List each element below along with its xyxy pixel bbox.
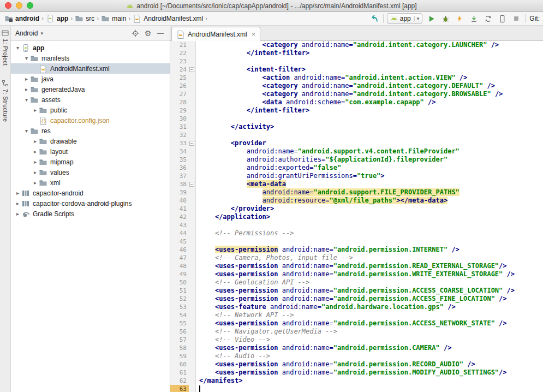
line-number[interactable]: 34 bbox=[170, 147, 189, 156]
code-line[interactable]: 46 <uses-permission android:name="androi… bbox=[170, 246, 543, 254]
breadcrumb-item-app[interactable]: app bbox=[45, 14, 69, 23]
code-line[interactable]: 41 </provider> bbox=[170, 205, 543, 213]
line-number[interactable]: 50 bbox=[170, 278, 189, 287]
tree-item-drawable[interactable]: ▸drawable bbox=[11, 136, 170, 146]
gutter-cell[interactable]: 26 bbox=[170, 82, 196, 90]
line-number[interactable]: 59 bbox=[170, 352, 189, 360]
line-number[interactable]: 52 bbox=[170, 295, 189, 303]
tree-item-capacitor-cordova-android-plugins[interactable]: ▸capacitor-cordova-android-plugins bbox=[11, 198, 170, 209]
gutter-cell[interactable]: 49 bbox=[170, 270, 196, 278]
code-line[interactable]: 49 <uses-permission android:name="androi… bbox=[170, 270, 543, 278]
gutter-cell[interactable]: 42 bbox=[170, 213, 196, 221]
code-line[interactable]: 63 bbox=[170, 385, 543, 392]
line-number[interactable]: 36 bbox=[170, 164, 189, 172]
tree-expanded-arrow-icon[interactable]: ▾ bbox=[23, 55, 30, 61]
code-line[interactable]: 52 <uses-permission android:name="androi… bbox=[170, 295, 543, 303]
tree-collapsed-arrow-icon[interactable]: ▸ bbox=[14, 211, 21, 217]
gutter-cell[interactable]: 61 bbox=[170, 369, 196, 377]
gutter-cell[interactable]: 39 bbox=[170, 188, 196, 197]
line-number[interactable]: 44 bbox=[170, 229, 189, 237]
gutter-cell[interactable]: 22 bbox=[170, 49, 196, 57]
debug-button[interactable] bbox=[440, 13, 451, 24]
sync-project-button[interactable] bbox=[482, 13, 493, 24]
line-number[interactable]: 57 bbox=[170, 336, 189, 344]
code-line[interactable]: 38− <meta-data bbox=[170, 180, 543, 188]
tree-item-layout[interactable]: ▸layout bbox=[11, 146, 170, 157]
gutter-cell[interactable]: 24− bbox=[170, 66, 196, 74]
stop-button[interactable] bbox=[511, 13, 522, 24]
tree-item-generatedjava[interactable]: ▸generatedJava bbox=[11, 84, 170, 94]
code-line[interactable]: 34 android:name="android.support.v4.cont… bbox=[170, 147, 543, 156]
tree-collapsed-arrow-icon[interactable]: ▸ bbox=[14, 190, 21, 196]
apply-changes-button[interactable] bbox=[454, 13, 465, 24]
breadcrumb-item-android[interactable]: android bbox=[3, 14, 40, 23]
close-tab-icon[interactable]: × bbox=[252, 31, 256, 38]
tree-item-capacitor-android[interactable]: ▸capacitor-android bbox=[11, 188, 170, 198]
code-line[interactable]: 35 android:authorities="${applicationId}… bbox=[170, 156, 543, 164]
tree-collapsed-arrow-icon[interactable]: ▸ bbox=[23, 76, 30, 82]
code-line[interactable]: 33− <provider bbox=[170, 139, 543, 147]
gutter-cell[interactable]: 56 bbox=[170, 328, 196, 336]
gutter-cell[interactable]: 55 bbox=[170, 319, 196, 328]
gutter-cell[interactable]: 31 bbox=[170, 123, 196, 131]
gutter-cell[interactable]: 33− bbox=[170, 139, 196, 147]
avd-manager-button[interactable] bbox=[497, 13, 508, 24]
code-line[interactable]: 45 bbox=[170, 237, 543, 246]
tree-collapsed-arrow-icon[interactable]: ▸ bbox=[32, 149, 39, 155]
code-line[interactable]: 55 <uses-permission android:name="androi… bbox=[170, 319, 543, 328]
attach-debugger-button[interactable] bbox=[468, 13, 479, 24]
line-number[interactable]: 58 bbox=[170, 344, 189, 352]
line-number[interactable]: 54 bbox=[170, 311, 189, 319]
gutter-cell[interactable]: 36 bbox=[170, 164, 196, 172]
code-line[interactable]: 54 <!-- Network API --> bbox=[170, 311, 543, 319]
code-line[interactable]: 56 <!-- Navigator.getUserMedia --> bbox=[170, 328, 543, 336]
tree-collapsed-arrow-icon[interactable]: ▸ bbox=[32, 180, 39, 186]
code-line[interactable]: 32 bbox=[170, 131, 543, 139]
gutter-cell[interactable]: 53 bbox=[170, 303, 196, 311]
code-line[interactable]: 44 <!-- Permissions --> bbox=[170, 229, 543, 237]
line-number[interactable]: 23 bbox=[170, 57, 189, 66]
run-configuration-select[interactable]: app ▾ bbox=[387, 13, 423, 24]
tree-item-manifests[interactable]: ▾manifests bbox=[11, 53, 170, 63]
line-number[interactable]: 48 bbox=[170, 262, 189, 270]
project-tool-button[interactable]: 1: Project bbox=[2, 29, 9, 66]
code-line[interactable]: 58 <uses-permission android:name="androi… bbox=[170, 344, 543, 352]
code-line[interactable]: 27 <category android:name="android.inten… bbox=[170, 90, 543, 98]
gutter-cell[interactable]: 41 bbox=[170, 205, 196, 213]
line-number[interactable]: 24 bbox=[170, 66, 189, 74]
line-number[interactable]: 21 bbox=[170, 41, 189, 49]
gutter-cell[interactable]: 52 bbox=[170, 295, 196, 303]
line-number[interactable]: 55 bbox=[170, 319, 189, 328]
fold-collapse-icon[interactable]: − bbox=[189, 182, 194, 187]
code-line[interactable]: 28 <data android:scheme="com.example.cap… bbox=[170, 98, 543, 106]
gutter-cell[interactable]: 35 bbox=[170, 156, 196, 164]
code-line[interactable]: 21 <category android:name="android.inten… bbox=[170, 41, 543, 49]
gutter-cell[interactable]: 34 bbox=[170, 147, 196, 156]
gutter-cell[interactable]: 44 bbox=[170, 229, 196, 237]
gutter-cell[interactable]: 29 bbox=[170, 106, 196, 115]
code-line[interactable]: 43 bbox=[170, 221, 543, 229]
code-line[interactable]: 53 <uses-feature android:name="android.h… bbox=[170, 303, 543, 311]
line-number[interactable]: 32 bbox=[170, 131, 189, 139]
line-number[interactable]: 28 bbox=[170, 98, 189, 106]
gutter-cell[interactable]: 21 bbox=[170, 41, 196, 49]
code-line[interactable]: 29 </intent-filter> bbox=[170, 106, 543, 115]
code-line[interactable]: 36 android:exported="false" bbox=[170, 164, 543, 172]
line-number[interactable]: 41 bbox=[170, 205, 189, 213]
settings-gear-icon[interactable]: ⚙ bbox=[143, 28, 153, 38]
tree-item-res[interactable]: ▾res bbox=[11, 126, 170, 136]
fold-collapse-icon[interactable]: − bbox=[189, 67, 194, 72]
code-line[interactable]: 30 bbox=[170, 115, 543, 123]
code-line[interactable]: 50 <!-- Geolocation API --> bbox=[170, 278, 543, 287]
tree-item-androidmanifest-xml[interactable]: AndroidManifest.xml bbox=[11, 63, 170, 74]
code-line[interactable]: 37 android:grantUriPermissions="true"> bbox=[170, 172, 543, 180]
gutter-cell[interactable]: 27 bbox=[170, 90, 196, 98]
hide-panel-icon[interactable]: — bbox=[156, 28, 165, 38]
gutter-cell[interactable]: 47 bbox=[170, 254, 196, 262]
gutter-cell[interactable]: 32 bbox=[170, 131, 196, 139]
line-number[interactable]: 27 bbox=[170, 90, 189, 98]
tree-expanded-arrow-icon[interactable]: ▾ bbox=[23, 128, 30, 134]
line-number[interactable]: 31 bbox=[170, 123, 189, 131]
line-number[interactable]: 43 bbox=[170, 221, 189, 229]
tree-item-values[interactable]: ▸values bbox=[11, 167, 170, 177]
